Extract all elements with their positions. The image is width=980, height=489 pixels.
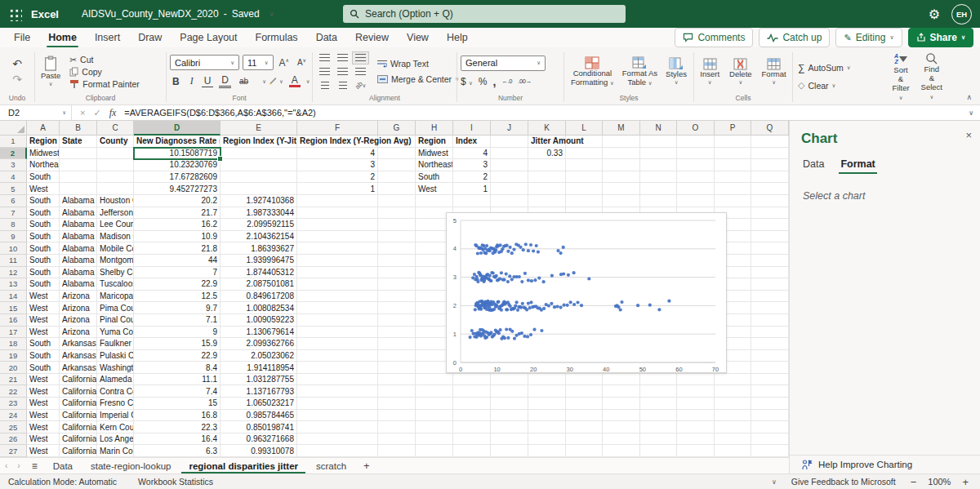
decrease-font-button[interactable]: A∨ xyxy=(295,57,309,67)
cell-Q13[interactable] xyxy=(751,278,789,291)
cell-E7[interactable]: 1.987333044 xyxy=(220,207,297,220)
cell-M1[interactable] xyxy=(603,136,640,148)
cell-B22[interactable]: California xyxy=(60,385,97,398)
cell-A16[interactable]: West xyxy=(27,314,60,327)
row-header-27[interactable]: 27 xyxy=(0,445,27,457)
cell-B25[interactable]: California xyxy=(60,421,97,433)
cell-D3[interactable]: 10.23230769 xyxy=(134,159,220,171)
insert-cells-button[interactable]: Insert∨ xyxy=(697,56,722,87)
cell-G22[interactable] xyxy=(378,385,416,398)
cell-K25[interactable] xyxy=(528,421,566,433)
cell-C10[interactable]: Mobile County xyxy=(97,242,134,255)
cell-G19[interactable] xyxy=(378,350,416,362)
cell-C22[interactable]: Contra Costa County xyxy=(97,385,134,398)
cell-O26[interactable] xyxy=(677,433,715,446)
sheet-tab-scratch[interactable]: scratch xyxy=(307,458,355,473)
autosum-button[interactable]: ∑AutoSum∨ xyxy=(796,61,853,74)
cell-F26[interactable] xyxy=(297,433,378,446)
format-cells-button[interactable]: Format∨ xyxy=(760,56,789,87)
zoom-out-button[interactable]: − xyxy=(911,476,917,488)
cell-P1[interactable] xyxy=(715,136,751,148)
cell-Q12[interactable] xyxy=(751,267,789,279)
cell-N27[interactable] xyxy=(640,445,677,457)
cell-A19[interactable]: South xyxy=(27,350,60,362)
cell-G10[interactable] xyxy=(378,242,416,255)
strikethrough-button[interactable]: ab xyxy=(237,77,251,86)
cell-K27[interactable] xyxy=(528,445,566,457)
bold-button[interactable]: B xyxy=(170,76,182,87)
row-header-22[interactable]: 22 xyxy=(0,385,27,398)
cell-C27[interactable]: Marin County xyxy=(97,445,134,457)
cell-O25[interactable] xyxy=(677,421,715,433)
cell-C11[interactable]: Montgomery County xyxy=(97,255,134,267)
row-header-6[interactable]: 6 xyxy=(0,195,27,207)
cell-A25[interactable]: West xyxy=(27,421,60,433)
cell-F15[interactable] xyxy=(297,302,378,314)
cell-M2[interactable] xyxy=(603,148,640,160)
column-header-c[interactable]: C xyxy=(97,121,134,136)
cell-J24[interactable] xyxy=(491,410,528,422)
cell-H27[interactable] xyxy=(416,445,453,457)
cell-C3[interactable] xyxy=(97,159,134,171)
cell-G16[interactable] xyxy=(378,314,416,327)
cell-F23[interactable] xyxy=(297,398,378,410)
cell-O27[interactable] xyxy=(677,445,715,457)
cell-B11[interactable]: Alabama xyxy=(60,255,97,267)
row-header-19[interactable]: 19 xyxy=(0,350,27,362)
cell-G25[interactable] xyxy=(378,421,416,433)
cell-D13[interactable]: 22.9 xyxy=(134,278,220,291)
cell-Q18[interactable] xyxy=(751,338,789,350)
cell-Q9[interactable] xyxy=(751,231,789,243)
menu-tab-formulas[interactable]: Formulas xyxy=(247,28,307,47)
cell-J1[interactable] xyxy=(491,136,528,148)
cell-F21[interactable] xyxy=(297,374,378,386)
cell-O3[interactable] xyxy=(677,159,715,171)
sheet-tab-data[interactable]: Data xyxy=(44,458,82,473)
cell-N1[interactable] xyxy=(640,136,677,148)
cell-E19[interactable]: 2.05023062 xyxy=(220,350,297,362)
cell-E25[interactable]: 0.850198741 xyxy=(220,421,297,433)
undo-button[interactable]: ↶ xyxy=(11,57,24,70)
cell-E21[interactable]: 1.031287755 xyxy=(220,374,297,386)
cell-I24[interactable] xyxy=(453,410,491,422)
cell-A8[interactable]: South xyxy=(27,219,60,231)
column-header-h[interactable]: H xyxy=(416,121,453,136)
cell-A21[interactable]: West xyxy=(27,374,60,386)
cell-B23[interactable]: California xyxy=(60,398,97,410)
sheet-tab-state-region-lookup[interactable]: state-region-lookup xyxy=(82,458,180,473)
cell-J4[interactable] xyxy=(491,171,528,184)
cell-F8[interactable] xyxy=(297,219,378,231)
cell-B27[interactable]: California xyxy=(60,445,97,457)
row-header-23[interactable]: 23 xyxy=(0,398,27,410)
cell-O4[interactable] xyxy=(677,171,715,184)
cell-A20[interactable]: South xyxy=(27,362,60,374)
sort-filter-button[interactable]: AZ Sort & Filter ∨ xyxy=(889,50,911,104)
cell-E6[interactable]: 1.927410368 xyxy=(220,195,297,207)
row-header-1[interactable]: 1 xyxy=(0,136,27,148)
wrap-text-button[interactable]: Wrap Text xyxy=(376,58,430,69)
cell-A6[interactable]: South xyxy=(27,195,60,207)
cell-D14[interactable]: 12.5 xyxy=(134,291,220,303)
status-item[interactable]: Calculation Mode: Automatic xyxy=(8,477,117,487)
zoom-level[interactable]: 100% xyxy=(928,477,951,487)
cell-C8[interactable]: Lee County xyxy=(97,219,134,231)
cell-L5[interactable] xyxy=(566,183,603,195)
cell-A13[interactable]: South xyxy=(27,278,60,291)
column-header-e[interactable]: E xyxy=(220,121,297,136)
cell-D17[interactable]: 9 xyxy=(134,327,220,339)
previous-sheet-chevron[interactable]: ‹ xyxy=(0,461,12,470)
menu-tab-home[interactable]: Home xyxy=(39,28,86,47)
column-header-n[interactable]: N xyxy=(640,121,677,136)
menu-tab-insert[interactable]: Insert xyxy=(86,28,129,47)
cell-D9[interactable]: 10.9 xyxy=(134,231,220,243)
column-header-g[interactable]: G xyxy=(378,121,416,136)
cell-L4[interactable] xyxy=(566,171,603,184)
cell-A14[interactable]: West xyxy=(27,291,60,303)
cell-D15[interactable]: 9.7 xyxy=(134,302,220,314)
column-header-k[interactable]: K xyxy=(528,121,566,136)
cell-Q3[interactable] xyxy=(751,159,789,171)
cell-A27[interactable]: West xyxy=(27,445,60,457)
column-header-m[interactable]: M xyxy=(603,121,640,136)
cell-E22[interactable]: 1.137167793 xyxy=(220,385,297,398)
cell-E8[interactable]: 2.099592115 xyxy=(220,219,297,231)
